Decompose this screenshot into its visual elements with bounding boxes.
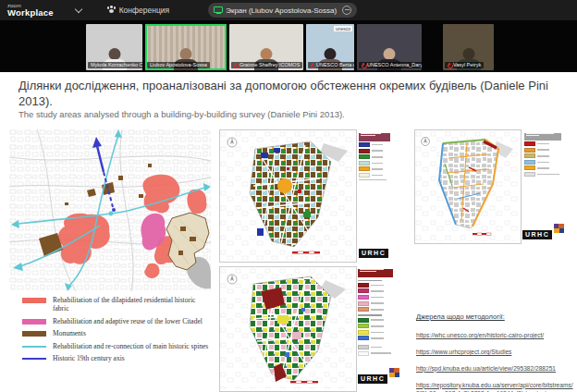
participant-tile-grainne[interactable]: Grainne Shaffrey ICOMOS [229,24,303,70]
source-link-urhc[interactable]: https://www.urhcproject.org/Studies [416,349,575,357]
landuse-survey-map [219,129,357,263]
participant-name: UNESCO Antenna_Daryn... [359,62,422,68]
paw-icon [107,6,116,14]
screen-share-icon [214,6,222,14]
legend-label: Rehabilitation and adaptive reuse of the… [53,317,203,325]
participant-strip: Mykola Korzachenko Che... Liubov Apostol… [0,20,577,72]
sources-block: Джерела щодо методології: https://whc.un… [416,312,575,392]
legend-label: Monuments [53,329,86,337]
streets-survey-map [414,129,522,244]
mic-muted-icon [234,63,238,68]
meeting-tab-label: Конференция [119,6,169,15]
landuse-legend-panel [359,131,390,180]
legend-item: Historic 19th century axis [22,354,212,362]
mic-muted-icon [362,63,365,68]
masterplan-legend: Rehabilitation of the dilapidated reside… [22,296,212,366]
partner-logo [389,368,399,377]
participant-tile-mykola[interactable]: Mykola Korzachenko Che... [86,24,142,70]
source-link-unesco[interactable]: https://whc.unesco.org/en/historic-cairo… [416,332,575,340]
participant-name: Grainne Shaffrey ICOMOS [231,62,302,68]
zoom-workplace-logo: zoom Workplace [7,3,54,18]
legend-label: Rehabilitation of the dilapidated reside… [53,296,212,313]
workplace-brand-text: Workplace [7,8,54,18]
participant-name: UNESCO Berta de Sancris... [308,62,354,68]
masterplan-map [9,129,211,291]
urhc-logo: URHC [522,224,564,240]
unesco-logo: unesco [334,26,352,31]
screen-tab-label: Экран (Liubov Apostolova-Sossa) [226,6,337,15]
shared-screen-slide: Ділянки дослідження, проаналізовані за д… [0,72,577,392]
slide-subtitle: The study areas analysed through a build… [18,109,560,119]
urhc-logo: URHC [358,368,399,385]
streets-legend-panel [524,131,561,177]
participant-tile-berta[interactable]: unesco UNESCO Berta de Sancris... [306,24,354,70]
legend-item: Rehabilitation and re-connection of main… [22,342,212,350]
remove-view-icon[interactable] [342,6,351,15]
conditions-legend-panel [358,267,393,356]
mic-muted-icon [448,63,451,68]
slide-title: Ділянки дослідження, проаналізовані за д… [18,78,560,109]
legend-swatch-brown [22,331,46,337]
urhc-logo: URHC [359,242,388,259]
scale-bar [473,233,491,235]
source-link-spd-knuba[interactable]: http://spd.knuba.edu.ua/article/view/295… [416,365,575,374]
tab-screen-share[interactable]: Экран (Liubov Apostolova-Sossa) [208,3,357,18]
mic-muted-icon [311,63,314,68]
legend-swatch-cyan-line [22,346,46,348]
legend-label: Rehabilitation and re-connection of main… [53,342,208,350]
scale-bar [292,251,320,253]
sources-heading: Джерела щодо методології: [416,312,575,321]
scale-bar [290,381,318,383]
legend-swatch-red [22,298,46,303]
chevron-down-icon[interactable] [74,6,81,13]
participant-name: Vasyl Petryk [445,62,484,68]
legend-swatch-blue-line [22,358,46,360]
participant-tile-antenna[interactable]: UNESCO Antenna_Daryn... [357,24,422,70]
legend-item: Rehabilitation of the dilapidated reside… [22,296,212,313]
source-link-repository-knuba[interactable]: https://repository.knuba.edu.ua/server/a… [416,382,575,392]
legend-swatch-pink [22,319,46,325]
participant-tile-vasyl[interactable]: Vasyl Petryk [443,24,494,70]
participant-name: Mykola Korzachenko Che... [88,62,142,68]
tab-meeting[interactable]: Конференция [107,6,169,15]
conditions-survey-map [219,266,357,392]
partner-logo [554,224,564,233]
legend-item: Rehabilitation and adaptive reuse of the… [22,317,212,325]
participant-name: Liubov Apostolova-Sossa [147,62,210,68]
topbar: zoom Workplace Конференция Экран (Liubov… [0,0,577,20]
legend-label: Historic 19th century axis [53,354,125,362]
legend-item: Monuments [22,329,212,337]
participant-tile-liubov-active-speaker[interactable]: Liubov Apostolova-Sossa [145,24,227,70]
zoom-app-window: zoom Workplace Конференция Экран (Liubov… [0,0,577,392]
